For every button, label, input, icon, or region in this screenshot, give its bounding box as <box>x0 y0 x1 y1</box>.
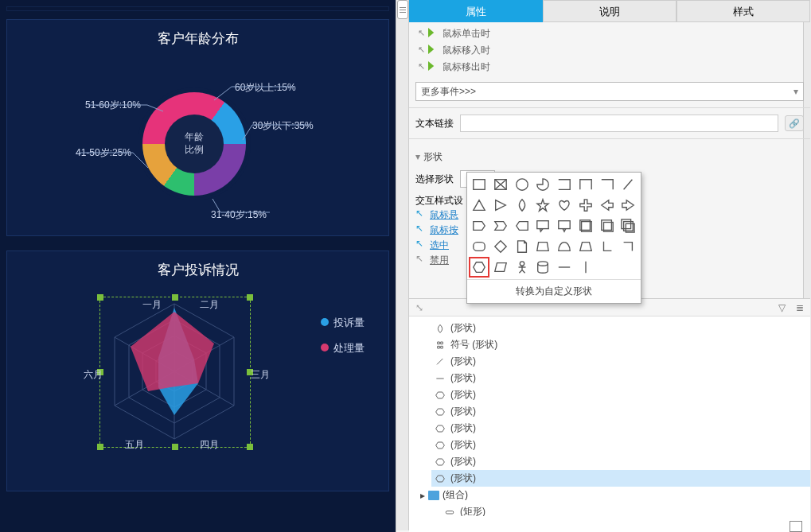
svg-rect-29 <box>559 221 570 229</box>
event-click[interactable]: ↖鼠标单击时 <box>415 25 804 42</box>
shape-actor[interactable] <box>512 257 532 278</box>
shape-circle[interactable] <box>512 174 532 195</box>
shape-arrow-left[interactable] <box>597 195 618 216</box>
radar-area[interactable]: 一月 二月 三月 四月 五月 六月 投诉量 处理量 <box>7 284 388 491</box>
tree-node-symbol[interactable]: 符号 (形状) <box>431 336 810 353</box>
shape-rect[interactable] <box>469 174 489 195</box>
shape-pie[interactable] <box>532 174 553 195</box>
shape-callout-rect[interactable] <box>532 216 553 236</box>
svg-marker-23 <box>622 200 634 211</box>
link-icon: 🔗 <box>789 118 800 129</box>
tab-notes[interactable]: 说明 <box>543 0 676 22</box>
tree-node-shape[interactable]: (形状) <box>431 386 810 403</box>
svg-marker-26 <box>516 222 527 231</box>
decor-strip <box>6 6 389 11</box>
filter-icon[interactable]: ▽ <box>778 302 786 313</box>
outline-tree[interactable]: (形状) 符号 (形状) (形状) (形状) (形状) (形状) (形状) (形… <box>409 316 810 516</box>
shape-heart[interactable] <box>554 195 575 216</box>
svg-rect-36 <box>624 222 634 231</box>
donut-center-label: 年龄 比例 <box>165 115 224 173</box>
shape-triangle-right[interactable] <box>490 195 511 216</box>
properties-panel: 属性 说明 样式 ↖鼠标单击时 ↖鼠标移入时 ↖鼠标移出时 更多事件>>> ▾ … <box>396 0 811 532</box>
tree-node-shape[interactable]: (形状) <box>431 437 810 453</box>
shape-slash[interactable] <box>618 174 638 195</box>
splitter-grip-icon[interactable] <box>397 0 408 19</box>
slice-label-31-40: 31-40岁:15% <box>211 208 267 222</box>
dashboard-canvas: 客户年龄分布 年龄 比例 60岁以上:15% 30岁以下:35% 31-40岁:… <box>0 0 396 532</box>
sort-icon[interactable]: ≣ <box>796 302 804 313</box>
axis-jan: 一月 <box>142 298 162 312</box>
cursor-icon: ↖ <box>418 28 425 38</box>
slice-label-under30: 30岁以下:35% <box>252 119 314 133</box>
shape-corner[interactable] <box>618 236 638 257</box>
shape-parallelogram[interactable] <box>490 257 511 278</box>
tab-properties[interactable]: 属性 <box>409 0 543 22</box>
tree-node-shape[interactable]: (形状) <box>431 370 810 386</box>
splitter-strip[interactable] <box>396 0 409 530</box>
text-link-input[interactable] <box>460 115 778 132</box>
convert-custom-shape[interactable]: 转换为自定义形状 <box>467 279 641 303</box>
event-mouseenter[interactable]: ↖鼠标移入时 <box>415 42 804 59</box>
folder-icon <box>428 491 439 500</box>
shape-halfrect1[interactable] <box>554 174 575 195</box>
svg-line-52 <box>437 359 443 364</box>
tree-node-rect[interactable]: (矩形) <box>441 503 810 516</box>
shape-l[interactable] <box>597 236 618 257</box>
tree-node-shape[interactable]: (形状) <box>431 320 810 336</box>
tree-node-shape-selected[interactable]: (形状) <box>431 470 810 487</box>
cursor-icon: ↖ <box>415 253 427 264</box>
shape-halfcircle[interactable] <box>554 236 575 257</box>
more-events-dropdown[interactable]: 更多事件>>> ▾ <box>415 82 804 101</box>
event-mouseleave[interactable]: ↖鼠标移出时 <box>415 59 804 76</box>
shape-pentagon[interactable] <box>469 216 489 236</box>
svg-marker-40 <box>537 243 548 251</box>
axis-apr: 四月 <box>200 438 219 452</box>
shape-plus[interactable] <box>575 195 596 216</box>
shape-chevron[interactable] <box>490 216 511 236</box>
svg-marker-39 <box>495 241 506 252</box>
shape-section-header[interactable]: 形状 <box>415 146 804 169</box>
text-link-label: 文本链接 <box>415 117 454 130</box>
shape-trapezoid[interactable] <box>575 236 596 257</box>
tab-style[interactable]: 样式 <box>676 0 810 22</box>
tree-node-shape[interactable]: (形状) <box>431 453 810 470</box>
link-button[interactable]: 🔗 <box>785 115 804 131</box>
shape-star[interactable] <box>532 195 553 216</box>
shape-note2[interactable] <box>597 216 618 236</box>
shape-cylinder[interactable] <box>532 257 553 278</box>
cursor-icon: ↖ <box>415 208 427 219</box>
shape-hline[interactable] <box>554 257 575 278</box>
radar-card: 客户投诉情况 <box>6 250 389 491</box>
svg-rect-33 <box>601 220 611 231</box>
shape-callout-point[interactable] <box>554 216 575 236</box>
shape-vline[interactable] <box>575 257 596 278</box>
cursor-icon: ↖ <box>415 223 427 234</box>
shape-halfrect3[interactable] <box>597 174 618 195</box>
svg-line-48 <box>522 270 525 274</box>
tree-node-shape[interactable]: (形状) <box>431 403 810 420</box>
legend-item-complaints: 投诉量 <box>321 316 365 330</box>
svg-point-17 <box>516 179 527 190</box>
shape-image[interactable] <box>490 174 511 195</box>
shape-diamond[interactable] <box>490 236 511 257</box>
shape-hexagon-selected[interactable] <box>469 257 489 278</box>
shape-file[interactable] <box>512 236 532 257</box>
shape-note1[interactable] <box>575 216 596 236</box>
svg-marker-21 <box>537 200 548 211</box>
shape-tag[interactable] <box>512 216 532 236</box>
shape-triangle[interactable] <box>469 195 489 216</box>
cursor-icon: ↖ <box>418 61 425 72</box>
panel-resize-handle[interactable] <box>790 521 802 532</box>
shape-stack[interactable] <box>618 216 638 236</box>
tree-node-shape[interactable]: (形状) <box>431 420 810 437</box>
shape-drop[interactable] <box>512 195 532 216</box>
outline-collapse-icon[interactable]: ⤡ <box>415 302 423 313</box>
shape-arrow-right[interactable] <box>618 195 638 216</box>
tree-node-group[interactable]: ▸(组合) <box>417 487 810 503</box>
donut-area: 年龄 比例 60岁以上:15% 30岁以下:35% 31-40岁:15% 41-… <box>7 52 388 235</box>
tree-node-shape[interactable]: (形状) <box>431 353 810 370</box>
svg-marker-57 <box>436 442 445 449</box>
shape-roundrect[interactable] <box>469 236 489 257</box>
shape-halfrect2[interactable] <box>575 174 596 195</box>
shape-trapezoid2[interactable] <box>532 236 553 257</box>
